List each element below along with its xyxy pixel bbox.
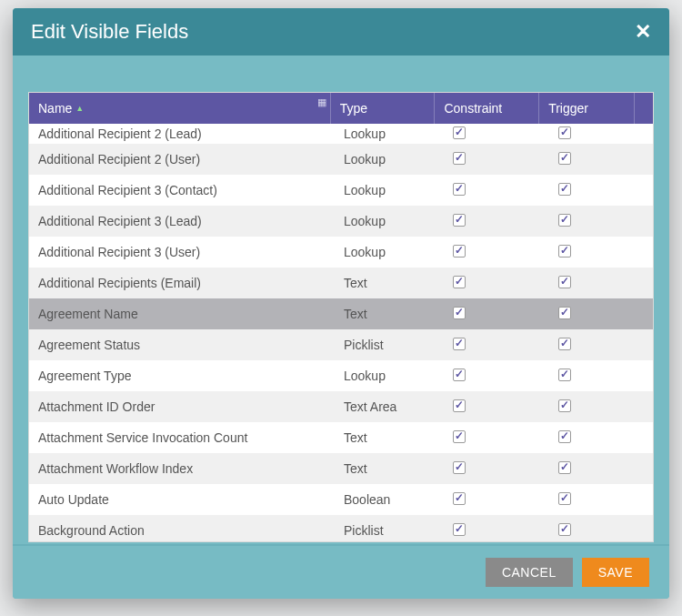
- constraint-checkbox[interactable]: [453, 214, 466, 227]
- table-row[interactable]: Additional Recipient 3 (Contact)Lookup: [29, 175, 653, 206]
- constraint-checkbox[interactable]: [453, 276, 466, 288]
- cell-name: Attachment Workflow Index: [29, 461, 335, 476]
- modal-header: Edit Visible Fields ✕: [13, 8, 669, 56]
- table-body[interactable]: Additional Recipient 2 (Lead)LookupAddit…: [29, 124, 653, 541]
- trigger-checkbox[interactable]: [558, 126, 571, 139]
- trigger-checkbox[interactable]: [558, 307, 571, 319]
- cell-name: Additional Recipient 2 (Lead): [29, 126, 335, 141]
- cell-constraint: [440, 242, 546, 263]
- trigger-checkbox[interactable]: [558, 430, 571, 443]
- table-row[interactable]: Attachment Service Invocation CountText: [29, 422, 653, 453]
- fields-table: Name ▲ ▦ Type Constraint Trigger Additio…: [28, 92, 654, 542]
- trigger-checkbox[interactable]: [558, 276, 571, 288]
- constraint-checkbox[interactable]: [453, 399, 466, 412]
- trigger-checkbox[interactable]: [558, 523, 571, 536]
- column-options-icon[interactable]: ▦: [317, 96, 326, 108]
- cell-type: Lookup: [335, 183, 440, 197]
- cell-name: Agreement Type: [29, 369, 335, 383]
- constraint-checkbox[interactable]: [453, 245, 466, 258]
- cancel-button[interactable]: CANCEL: [486, 558, 573, 587]
- close-icon[interactable]: ✕: [635, 20, 651, 44]
- edit-visible-fields-modal: Edit Visible Fields ✕ Name ▲ ▦ Type Cons…: [13, 8, 669, 599]
- cell-constraint: [440, 428, 546, 449]
- modal-title: Edit Visible Fields: [31, 20, 188, 44]
- trigger-checkbox[interactable]: [558, 183, 571, 196]
- trigger-checkbox[interactable]: [558, 369, 571, 381]
- table-row[interactable]: Additional Recipient 2 (User)Lookup: [29, 144, 653, 175]
- trigger-checkbox[interactable]: [558, 399, 571, 412]
- cell-type: Lookup: [335, 126, 440, 141]
- cell-type: Picklist: [335, 338, 440, 352]
- cell-trigger: [546, 428, 642, 449]
- column-header-trigger[interactable]: Trigger: [539, 93, 635, 124]
- table-row[interactable]: Additional Recipient 3 (User)Lookup: [29, 237, 653, 268]
- constraint-checkbox[interactable]: [453, 338, 466, 350]
- cell-constraint: [440, 366, 546, 387]
- cell-trigger: [546, 520, 642, 541]
- table-row[interactable]: Auto UpdateBoolean: [29, 484, 653, 515]
- cell-constraint: [440, 520, 546, 541]
- cell-trigger: [546, 304, 642, 325]
- cell-constraint: [440, 459, 546, 480]
- cell-trigger: [546, 335, 642, 356]
- cell-constraint: [440, 273, 546, 294]
- trigger-checkbox[interactable]: [558, 338, 571, 350]
- cell-type: Text: [335, 307, 440, 321]
- table-row[interactable]: Agreement StatusPicklist: [29, 329, 653, 360]
- trigger-checkbox[interactable]: [558, 152, 571, 165]
- constraint-checkbox[interactable]: [453, 492, 466, 505]
- column-header-spacer: [635, 93, 653, 124]
- constraint-checkbox[interactable]: [453, 523, 466, 536]
- cell-type: Boolean: [335, 492, 440, 507]
- cell-name: Attachment ID Order: [29, 399, 335, 414]
- cell-trigger: [546, 242, 642, 263]
- cell-trigger: [546, 273, 642, 294]
- cell-type: Lookup: [335, 152, 440, 167]
- constraint-checkbox[interactable]: [453, 461, 466, 474]
- table-row[interactable]: Additional Recipient 2 (Lead)Lookup: [29, 124, 653, 144]
- cell-constraint: [440, 211, 546, 232]
- cell-name: Additional Recipient 3 (Lead): [29, 214, 335, 228]
- cell-type: Lookup: [335, 214, 440, 228]
- cell-constraint: [440, 304, 546, 325]
- cell-trigger: [546, 366, 642, 387]
- modal-footer: CANCEL SAVE: [13, 544, 669, 599]
- constraint-checkbox[interactable]: [453, 152, 466, 165]
- cell-name: Auto Update: [29, 492, 335, 507]
- trigger-checkbox[interactable]: [558, 214, 571, 227]
- cell-type: Lookup: [335, 245, 440, 259]
- cell-constraint: [440, 124, 546, 145]
- cell-type: Text: [335, 276, 440, 290]
- sort-asc-icon: ▲: [75, 104, 84, 113]
- column-header-constraint[interactable]: Constraint: [435, 93, 539, 124]
- constraint-checkbox[interactable]: [453, 183, 466, 196]
- table-row[interactable]: Attachment ID OrderText Area: [29, 391, 653, 422]
- table-row[interactable]: Agreement NameText: [29, 298, 653, 329]
- trigger-checkbox[interactable]: [558, 492, 571, 505]
- table-row[interactable]: Attachment Workflow IndexText: [29, 453, 653, 484]
- cell-constraint: [440, 180, 546, 201]
- cell-trigger: [546, 397, 642, 418]
- trigger-checkbox[interactable]: [558, 461, 571, 474]
- table-header-row: Name ▲ ▦ Type Constraint Trigger: [29, 93, 653, 124]
- column-header-trigger-label: Trigger: [548, 101, 588, 116]
- cell-name: Additional Recipients (Email): [29, 276, 335, 290]
- table-row[interactable]: Additional Recipients (Email)Text: [29, 268, 653, 298]
- table-row[interactable]: Additional Recipient 3 (Lead)Lookup: [29, 206, 653, 237]
- cell-type: Text: [335, 461, 440, 476]
- cell-trigger: [546, 459, 642, 480]
- cell-trigger: [546, 180, 642, 201]
- cell-trigger: [546, 149, 642, 170]
- column-header-name[interactable]: Name ▲ ▦: [29, 93, 331, 124]
- constraint-checkbox[interactable]: [453, 307, 466, 319]
- constraint-checkbox[interactable]: [453, 430, 466, 443]
- constraint-checkbox[interactable]: [453, 126, 466, 139]
- cell-constraint: [440, 335, 546, 356]
- table-row[interactable]: Background ActionPicklist: [29, 515, 653, 541]
- column-header-type[interactable]: Type: [331, 93, 436, 124]
- trigger-checkbox[interactable]: [558, 245, 571, 258]
- constraint-checkbox[interactable]: [453, 369, 466, 381]
- cell-name: Additional Recipient 3 (Contact): [29, 183, 335, 197]
- save-button[interactable]: SAVE: [582, 558, 649, 587]
- table-row[interactable]: Agreement TypeLookup: [29, 360, 653, 391]
